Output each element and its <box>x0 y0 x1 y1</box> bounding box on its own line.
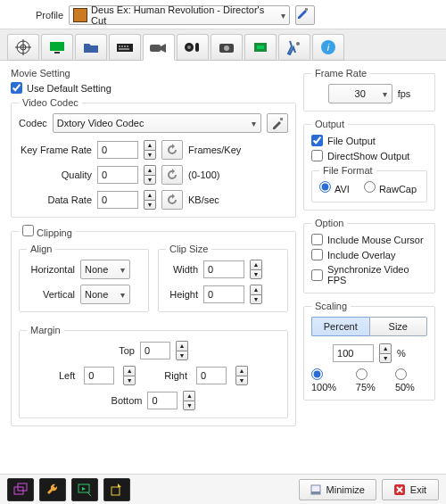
sync-label: Synchronize Video FPS <box>327 264 427 285</box>
scale-50-radio[interactable]: 50% <box>395 368 427 392</box>
tab-movie[interactable] <box>143 34 175 61</box>
scale-50-label: 50% <box>395 382 415 392</box>
scale-100-radio[interactable]: 100% <box>311 368 349 392</box>
align-h-select[interactable]: None▾ <box>80 260 130 279</box>
tab-tools[interactable] <box>278 34 310 61</box>
svg-rect-20 <box>257 45 264 49</box>
tool-layers-button[interactable] <box>7 478 34 501</box>
avi-label: AVI <box>334 184 350 194</box>
margin-top-input[interactable]: 0 <box>140 342 170 359</box>
video-codec-legend: Video Codec <box>19 97 82 108</box>
profile-selected: Deus Ex: Human Revolution - Director's C… <box>91 4 281 26</box>
svg-rect-11 <box>127 45 128 47</box>
tab-strip: i <box>0 29 446 61</box>
codec-settings-button[interactable] <box>267 113 288 133</box>
close-icon <box>394 484 405 495</box>
svg-rect-5 <box>50 42 64 51</box>
datarate-reset-button[interactable] <box>161 190 183 210</box>
svg-rect-9 <box>121 45 123 47</box>
quality-input[interactable]: 0 <box>97 166 138 184</box>
clipsize-legend: Clip Size <box>166 244 211 254</box>
quality-reset-button[interactable] <box>161 165 183 185</box>
clip-w-input[interactable]: 0 <box>203 260 244 278</box>
margin-right-spinner[interactable] <box>235 366 248 385</box>
directshow-checkbox[interactable] <box>311 150 323 161</box>
rawcap-label: RawCap <box>379 184 417 194</box>
tab-audio[interactable] <box>177 34 209 61</box>
codec-select[interactable]: Dxtory Video Codec ▾ <box>53 113 261 133</box>
datarate-label: Data Rate <box>19 194 92 205</box>
datarate-input[interactable]: 0 <box>97 191 138 209</box>
clipping-legend: Clipping <box>37 227 72 238</box>
align-v-select[interactable]: None▾ <box>80 285 130 304</box>
quality-spinner[interactable] <box>144 165 156 185</box>
movie-setting-label: Movie Setting <box>11 68 296 78</box>
profile-select[interactable]: Deus Ex: Human Revolution - Director's C… <box>69 5 290 25</box>
kfr-spinner[interactable] <box>144 140 156 160</box>
exit-button[interactable]: Exit <box>382 479 439 500</box>
rawcap-radio[interactable]: RawCap <box>364 181 417 194</box>
margin-bottom-input[interactable]: 0 <box>147 392 178 409</box>
svg-rect-24 <box>280 118 283 120</box>
scaling-input[interactable]: 100 <box>333 344 374 362</box>
margin-top-value: 0 <box>145 345 150 356</box>
quality-suffix: (0-100) <box>188 169 219 180</box>
margin-left-spinner[interactable] <box>123 366 136 385</box>
clipping-checkbox[interactable] <box>22 225 34 236</box>
scaling-percent-tab[interactable]: Percent <box>311 317 369 336</box>
clip-w-label: Width <box>166 264 198 275</box>
tab-hardware[interactable] <box>244 34 277 61</box>
avi-radio[interactable]: AVI <box>319 181 350 194</box>
file-output-label: File Output <box>327 136 376 146</box>
scaling-size-tab[interactable]: Size <box>369 317 428 336</box>
tab-monitor[interactable] <box>41 34 73 61</box>
directshow-label: DirectShow Output <box>327 151 409 161</box>
tool-record-button[interactable] <box>71 478 98 501</box>
datarate-suffix: KB/sec <box>188 194 219 205</box>
game-icon <box>73 8 87 22</box>
clip-h-spinner[interactable] <box>250 285 262 304</box>
kfr-input[interactable]: 0 <box>97 141 138 159</box>
minimize-icon <box>310 484 321 495</box>
scaling-spinner[interactable] <box>379 343 392 363</box>
scale-100-label: 100% <box>311 382 336 392</box>
use-default-checkbox[interactable] <box>11 82 22 94</box>
tab-keyboard[interactable] <box>109 34 141 61</box>
overlay-checkbox[interactable] <box>311 249 323 260</box>
video-codec-group: Video Codec Codec Dxtory Video Codec ▾ K… <box>11 97 296 218</box>
tab-info[interactable]: i <box>312 34 344 61</box>
tab-screenshot[interactable] <box>211 34 243 61</box>
minimize-button[interactable]: Minimize <box>299 479 376 500</box>
edit-profile-button[interactable] <box>295 5 315 25</box>
datarate-spinner[interactable] <box>144 190 156 210</box>
scaling-legend: Scaling <box>311 301 351 311</box>
margin-left-input[interactable]: 0 <box>84 367 114 384</box>
scaling-value: 100 <box>337 348 353 359</box>
clip-h-value: 0 <box>208 289 213 300</box>
margin-legend: Margin <box>27 325 64 335</box>
output-group: Output File Output DirectShow Output Fil… <box>303 119 435 211</box>
svg-point-15 <box>187 45 191 49</box>
fps-select[interactable]: 30 ▾ <box>328 84 392 103</box>
tool-export-button[interactable] <box>103 478 130 501</box>
file-output-checkbox[interactable] <box>311 135 323 146</box>
mouse-checkbox[interactable] <box>311 234 323 245</box>
svg-point-18 <box>224 45 229 51</box>
clip-w-spinner[interactable] <box>250 260 262 279</box>
margin-top-spinner[interactable] <box>176 341 188 360</box>
clipping-group: Clipping Align Horizontal None▾ Vertical… <box>11 225 296 426</box>
datarate-value: 0 <box>102 194 107 205</box>
svg-rect-30 <box>311 492 320 494</box>
tool-wrench-button[interactable] <box>39 478 66 501</box>
tab-folder[interactable] <box>75 34 107 61</box>
margin-right-input[interactable]: 0 <box>196 367 227 384</box>
kfr-reset-button[interactable] <box>161 140 183 160</box>
tab-target[interactable] <box>7 34 39 61</box>
sync-checkbox[interactable] <box>311 269 323 281</box>
fps-value: 30 <box>355 88 366 99</box>
scale-75-label: 75% <box>356 382 376 392</box>
margin-bottom-spinner[interactable] <box>183 391 195 410</box>
clip-w-value: 0 <box>208 264 213 275</box>
scale-75-radio[interactable]: 75% <box>356 368 388 392</box>
clip-h-input[interactable]: 0 <box>203 285 244 303</box>
